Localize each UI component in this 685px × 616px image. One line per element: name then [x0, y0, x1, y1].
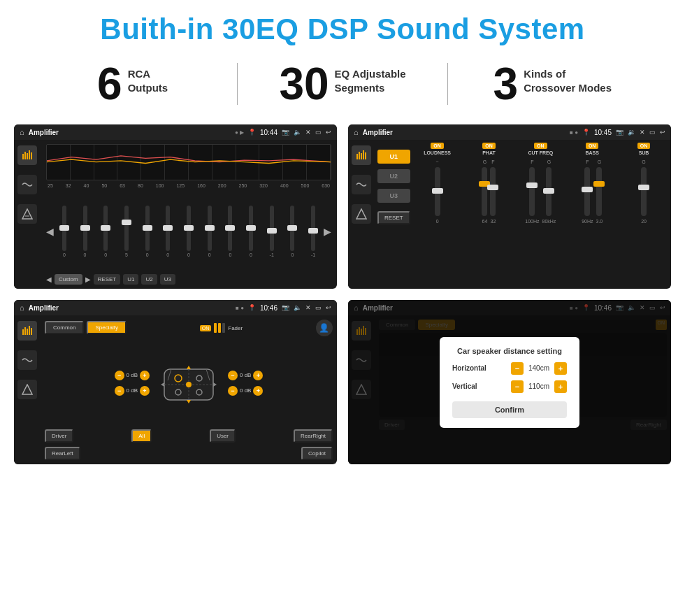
sub-on-badge: ON — [637, 143, 651, 149]
slider-track[interactable] — [145, 206, 150, 251]
eq-prev-icon[interactable]: ◀ — [46, 226, 54, 237]
cutfreq-slider-g[interactable] — [546, 167, 551, 216]
rearright-btn[interactable]: RearRight — [294, 429, 333, 443]
cutfreq-slider-f[interactable] — [529, 167, 535, 216]
fader-s2 — [218, 323, 221, 333]
eq-right-arrow[interactable]: ▶ — [85, 275, 91, 283]
plus-btn-fr[interactable]: + — [253, 371, 263, 380]
eq-next-icon[interactable]: ▶ — [324, 226, 331, 237]
svg-rect-10 — [363, 150, 364, 159]
driver-btn[interactable]: Driver — [45, 429, 73, 443]
vertical-label: Vertical — [452, 382, 477, 390]
reset-button-eq[interactable]: RESET — [94, 274, 121, 285]
slider-track[interactable] — [166, 206, 170, 251]
amp-side-icon-1[interactable] — [352, 145, 371, 165]
plus-btn-rr[interactable]: + — [253, 386, 263, 396]
all-btn[interactable]: All — [131, 429, 152, 443]
u2-button-eq[interactable]: U2 — [141, 274, 157, 285]
minus-btn-fr[interactable]: − — [228, 371, 238, 380]
reset-amp-btn[interactable]: RESET — [377, 211, 410, 224]
svg-rect-16 — [29, 326, 30, 335]
slider-track[interactable] — [187, 206, 191, 251]
crossover-side-icon-1[interactable] — [17, 321, 37, 341]
minus-btn-rl[interactable]: − — [115, 386, 124, 396]
slider-track[interactable] — [249, 206, 253, 251]
u3-button-eq[interactable]: U3 — [160, 274, 175, 285]
eq-graph — [46, 144, 331, 180]
horizontal-minus-btn[interactable]: − — [511, 362, 524, 375]
slider-thumb[interactable] — [163, 225, 173, 231]
u1-button-eq[interactable]: U1 — [123, 274, 138, 285]
person-btn[interactable]: 👤 — [316, 320, 333, 336]
eq-label: 40 — [84, 183, 89, 188]
common-tab[interactable]: Common — [45, 321, 84, 334]
slider-track[interactable] — [290, 206, 294, 251]
cutfreq-thumb-g[interactable] — [543, 188, 554, 194]
u1-active-btn[interactable]: U1 — [377, 150, 410, 164]
bass-slider-f[interactable] — [584, 167, 590, 216]
rearleft-btn[interactable]: RearLeft — [45, 447, 80, 460]
slider-track[interactable] — [311, 206, 315, 251]
svg-marker-32 — [213, 382, 217, 387]
vertical-minus-btn[interactable]: − — [511, 380, 524, 393]
slider-track[interactable] — [83, 206, 87, 251]
slider-thumb[interactable] — [59, 225, 69, 231]
slider-thumb[interactable] — [80, 225, 90, 231]
amp-side-icon-3[interactable] — [352, 204, 371, 224]
loudness-slider[interactable] — [435, 167, 440, 216]
phat-slider-g[interactable] — [482, 167, 487, 216]
eq-side-icon-1[interactable] — [17, 145, 37, 165]
slider-track[interactable] — [124, 206, 129, 251]
vertical-plus-btn[interactable]: + — [554, 380, 567, 393]
eq-left-arrow[interactable]: ◀ — [46, 275, 52, 283]
stat-crossover: 3 Kinds ofCrossover Modes — [462, 62, 643, 106]
crossover-side-icon-3[interactable] — [17, 380, 37, 399]
horizontal-ctrl: − 140cm + — [511, 362, 567, 375]
copilot-btn[interactable]: Copilot — [301, 447, 333, 460]
horizontal-plus-btn[interactable]: + — [554, 362, 567, 375]
confirm-button[interactable]: Confirm — [452, 401, 567, 418]
slider-thumb[interactable] — [267, 228, 277, 234]
u2-inactive-btn[interactable]: U2 — [377, 169, 410, 183]
slider-thumb[interactable] — [225, 225, 235, 231]
minus-btn-rr[interactable]: − — [228, 386, 238, 396]
sub-slider-g[interactable] — [641, 167, 647, 216]
phat-thumb-f[interactable] — [487, 185, 498, 190]
slider-track[interactable] — [62, 206, 66, 251]
slider-track[interactable] — [208, 206, 212, 251]
loudness-thumb[interactable] — [432, 188, 443, 194]
pin-icon-3: 📍 — [248, 304, 256, 311]
sub-thumb-g[interactable] — [638, 185, 649, 190]
specialty-tab[interactable]: Specialty — [87, 321, 126, 334]
bass-thumb-g[interactable] — [593, 181, 605, 187]
u3-inactive-btn[interactable]: U3 — [377, 189, 410, 203]
slider-val: 0 — [208, 252, 211, 257]
eq-side-icon-2[interactable] — [17, 175, 37, 194]
db-val-rr: 0 dB — [240, 387, 251, 394]
plus-btn-fl[interactable]: + — [140, 371, 150, 380]
custom-button[interactable]: Custom — [55, 274, 82, 285]
slider-thumb[interactable] — [287, 225, 297, 231]
minus-btn-fl[interactable]: − — [115, 371, 124, 380]
plus-btn-rl[interactable]: + — [140, 386, 150, 396]
slider-track[interactable] — [103, 206, 108, 251]
eq-side-icon-3[interactable] — [17, 204, 37, 224]
slider-thumb[interactable] — [122, 220, 131, 225]
slider-track[interactable] — [270, 206, 274, 251]
slider-thumb[interactable] — [308, 228, 318, 234]
slider-track[interactable] — [228, 206, 232, 251]
slider-thumb[interactable] — [246, 225, 256, 231]
amp-side-icon-2[interactable] — [352, 175, 371, 194]
slider-thumb[interactable] — [143, 225, 152, 231]
cutfreq-thumb-f[interactable] — [526, 182, 538, 188]
bass-thumb-f[interactable] — [582, 187, 593, 192]
crossover-side-icon-2[interactable] — [17, 350, 37, 370]
slider-thumb[interactable] — [184, 225, 194, 231]
bass-slider-g[interactable] — [596, 167, 602, 216]
slider-thumb[interactable] — [101, 225, 110, 231]
loudness-on-badge: ON — [431, 143, 444, 149]
user-btn[interactable]: User — [210, 429, 236, 443]
phat-slider-f[interactable] — [490, 167, 496, 216]
db-val-rl: 0 dB — [127, 387, 138, 394]
slider-thumb[interactable] — [205, 225, 215, 231]
